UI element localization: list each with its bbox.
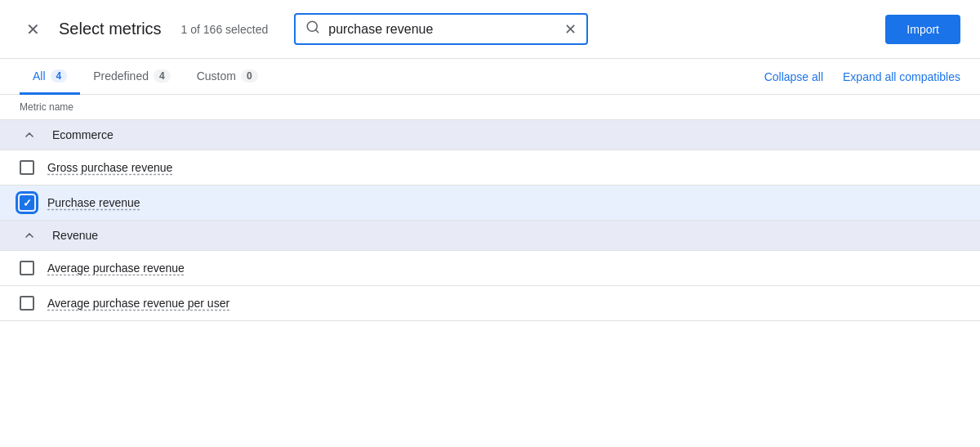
section-revenue[interactable]: Revenue: [0, 221, 980, 251]
tab-predefined[interactable]: Predefined 4: [80, 60, 183, 95]
section-ecommerce-label: Ecommerce: [52, 128, 114, 141]
dialog-subtitle: 1 of 166 selected: [181, 23, 269, 36]
tab-all-label: All: [33, 69, 46, 83]
metric-name-purchase-revenue: Purchase revenue: [47, 196, 140, 209]
column-header: Metric name: [0, 95, 980, 120]
import-button[interactable]: Import: [885, 15, 960, 44]
dialog-header: ✕ Select metrics 1 of 166 selected ✕ Imp…: [0, 0, 980, 59]
metric-name-gross-purchase-revenue: Gross purchase revenue: [47, 161, 172, 174]
tab-custom-badge: 0: [241, 69, 258, 83]
metric-row-gross-purchase-revenue[interactable]: Gross purchase revenue: [0, 150, 980, 186]
expand-all-button[interactable]: Expand all compatibles: [843, 60, 960, 93]
section-ecommerce[interactable]: Ecommerce: [0, 120, 980, 150]
section-revenue-label: Revenue: [52, 229, 98, 242]
tab-predefined-label: Predefined: [93, 69, 149, 83]
search-input[interactable]: [328, 22, 556, 37]
checkbox-purchase-revenue[interactable]: [20, 195, 34, 210]
checkbox-gross-purchase-revenue[interactable]: [20, 160, 34, 175]
tabs-row: All 4 Predefined 4 Custom 0 Collapse all…: [0, 59, 980, 95]
dialog-title: Select metrics: [59, 20, 162, 38]
tab-all[interactable]: All 4: [20, 60, 80, 95]
tabs-left: All 4 Predefined 4 Custom 0: [20, 59, 764, 94]
clear-icon: ✕: [564, 20, 577, 38]
tab-custom[interactable]: Custom 0: [184, 60, 271, 95]
collapse-all-button[interactable]: Collapse all: [764, 60, 823, 93]
metric-name-average-purchase-revenue: Average purchase revenue: [47, 261, 185, 275]
metric-row-average-purchase-revenue[interactable]: Average purchase revenue: [0, 251, 980, 286]
search-icon: [305, 20, 320, 38]
close-button[interactable]: ✕: [20, 16, 46, 42]
section-ecommerce-arrow: [20, 128, 39, 141]
tab-all-badge: 4: [51, 69, 68, 83]
tabs-actions: Collapse all Expand all compatibles: [764, 60, 960, 93]
checkbox-average-purchase-revenue[interactable]: [20, 261, 34, 275]
metric-name-average-purchase-revenue-per-user: Average purchase revenue per user: [47, 297, 229, 310]
tab-predefined-badge: 4: [154, 69, 171, 83]
tab-custom-label: Custom: [197, 69, 236, 83]
metric-row-average-purchase-revenue-per-user[interactable]: Average purchase revenue per user: [0, 286, 980, 321]
svg-line-1: [316, 29, 318, 32]
close-icon: ✕: [26, 20, 40, 39]
search-container: ✕: [294, 13, 588, 45]
clear-search-button[interactable]: ✕: [564, 20, 577, 38]
metric-row-purchase-revenue[interactable]: Purchase revenue: [0, 186, 980, 221]
checkbox-average-purchase-revenue-per-user[interactable]: [20, 296, 34, 311]
section-revenue-arrow: [20, 229, 39, 242]
